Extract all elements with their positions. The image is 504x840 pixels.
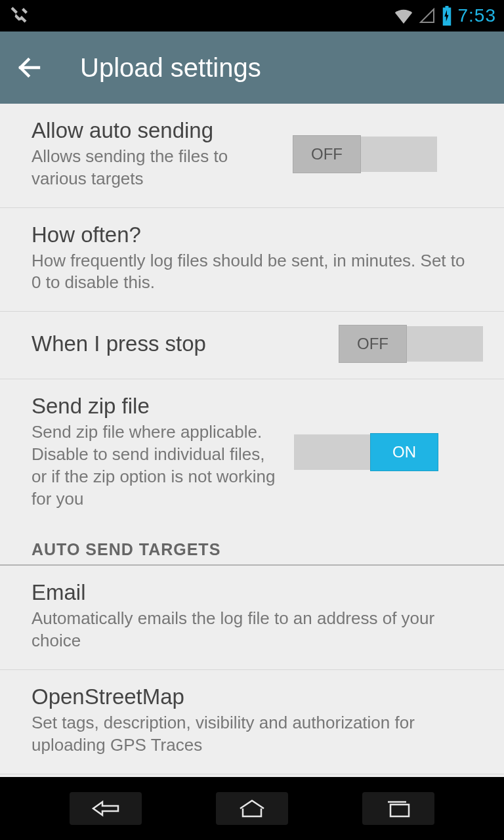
section-header-auto-send-targets: AUTO SEND TARGETS (0, 527, 504, 566)
section-header-label: AUTO SEND TARGETS (32, 540, 472, 559)
nav-recent-icon (385, 799, 411, 818)
setting-title: Send zip file (32, 394, 281, 419)
toggle-allow-auto-sending[interactable]: OFF (294, 136, 437, 172)
svg-rect-0 (390, 805, 409, 816)
settings-list: Allow auto sending Allows sending the fi… (0, 104, 504, 777)
setting-title: Email (32, 580, 470, 605)
setting-description: Set tags, description, visibility and au… (32, 712, 470, 757)
page-title: Upload settings (80, 53, 261, 83)
setting-how-often[interactable]: How often? How frequently log files shou… (0, 208, 504, 312)
battery-charging-icon (441, 6, 453, 26)
status-clock: 7:53 (458, 5, 497, 26)
setting-title: OpenStreetMap (32, 684, 470, 709)
setting-description: How frequently log files should be sent,… (32, 250, 470, 295)
setting-description: Send zip file where applicable. Disable … (32, 421, 281, 510)
setting-openstreetmap[interactable]: OpenStreetMap Set tags, description, vis… (0, 670, 504, 774)
toggle-thumb: OFF (339, 325, 407, 363)
nav-home-button[interactable] (216, 792, 288, 825)
toggle-when-i-press-stop[interactable]: OFF (340, 326, 483, 362)
wifi-icon (394, 8, 413, 24)
setting-email[interactable]: Email Automatically emails the log file … (0, 566, 504, 670)
setting-allow-auto-sending[interactable]: Allow auto sending Allows sending the fi… (0, 104, 504, 208)
setting-title: When I press stop (32, 331, 327, 356)
setting-title: How often? (32, 222, 470, 247)
nav-recent-button[interactable] (362, 792, 434, 825)
navigation-bar (0, 777, 504, 840)
nav-back-button[interactable] (70, 792, 142, 825)
toggle-thumb: ON (370, 433, 438, 471)
setting-when-i-press-stop[interactable]: When I press stop OFF (0, 312, 504, 379)
setting-title: Allow auto sending (32, 118, 281, 143)
status-bar: 7:53 (0, 0, 504, 32)
toggle-thumb: OFF (293, 135, 361, 173)
nav-home-icon (238, 799, 266, 818)
back-arrow-icon[interactable] (16, 54, 43, 81)
cell-signal-icon (419, 8, 436, 24)
setting-send-zip-file[interactable]: Send zip file Send zip file where applic… (0, 379, 504, 527)
nav-back-icon (91, 799, 121, 818)
setting-description: Automatically emails the log file to an … (32, 608, 470, 652)
satellite-icon (8, 4, 32, 28)
setting-description: Allows sending the files to various targ… (32, 146, 281, 190)
app-bar: Upload settings (0, 32, 504, 104)
toggle-send-zip-file[interactable]: ON (294, 434, 437, 470)
